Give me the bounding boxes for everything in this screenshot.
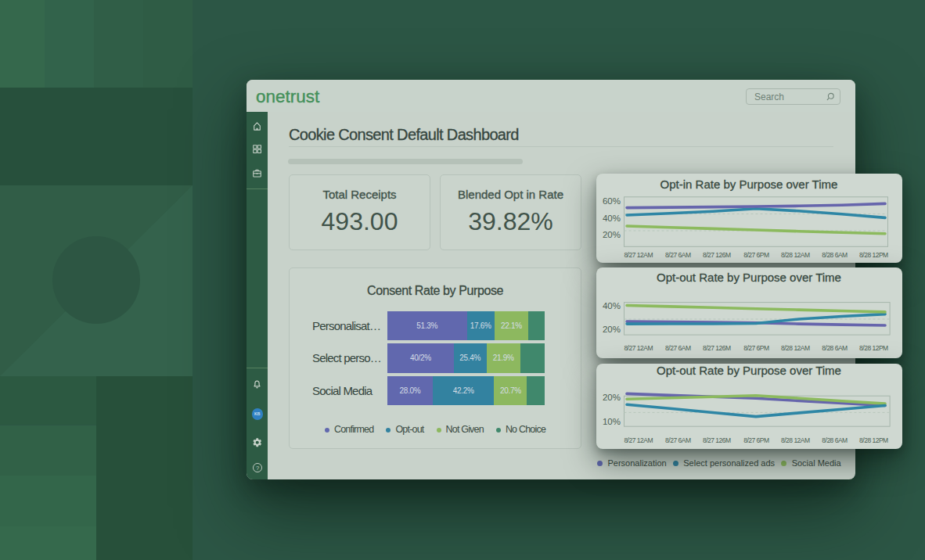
svg-text:8/28 12PM: 8/28 12PM [859, 344, 888, 352]
svg-text:8/28 12PM: 8/28 12PM [859, 251, 888, 259]
svg-text:8/28 12AM: 8/28 12AM [781, 436, 810, 444]
svg-text:8/27 6PM: 8/27 6PM [743, 344, 769, 352]
svg-text:8/27 6PM: 8/27 6PM [743, 436, 769, 444]
svg-text:Opt-in Rate by Purpose over Ti: Opt-in Rate by Purpose over Time [660, 177, 838, 190]
svg-text:20%: 20% [603, 230, 621, 239]
svg-text:8/27 126M: 8/27 126M [703, 251, 731, 259]
svg-text:8/27 12AM: 8/27 12AM [624, 344, 653, 352]
svg-text:8/27 6AM: 8/27 6AM [665, 344, 691, 352]
svg-text:8/28 12AM: 8/28 12AM [781, 251, 810, 259]
svg-text:60%: 60% [603, 196, 621, 206]
svg-text:10%: 10% [603, 417, 621, 426]
svg-text:40%: 40% [603, 213, 621, 222]
svg-text:?: ? [256, 465, 259, 472]
svg-text:Opt-out Rate by Purpose over T: Opt-out Rate by Purpose over Time [657, 364, 841, 377]
svg-text:8/27 12AM: 8/27 12AM [624, 436, 653, 444]
svg-text:8/28 12AM: 8/28 12AM [781, 344, 810, 352]
svg-text:8/27 12AM: 8/27 12AM [624, 251, 653, 259]
svg-text:8/27 126M: 8/27 126M [703, 344, 731, 352]
svg-text:8/27 126M: 8/27 126M [703, 436, 731, 444]
svg-text:Opt-out Rate by Purpose over T: Opt-out Rate by Purpose over Time [657, 271, 841, 284]
svg-text:40%: 40% [603, 301, 621, 311]
svg-text:8/27 6PM: 8/27 6PM [743, 251, 769, 259]
svg-text:8/28 6AM: 8/28 6AM [822, 251, 848, 259]
svg-text:8/28 12PM: 8/28 12PM [859, 436, 888, 444]
svg-text:20%: 20% [603, 393, 621, 403]
svg-text:8/28 6AM: 8/28 6AM [822, 436, 848, 444]
svg-text:20%: 20% [603, 325, 621, 334]
svg-text:8/27 6AM: 8/27 6AM [665, 251, 691, 259]
svg-text:8/27 6AM: 8/27 6AM [665, 436, 691, 444]
svg-text:8/28 6AM: 8/28 6AM [822, 344, 848, 352]
